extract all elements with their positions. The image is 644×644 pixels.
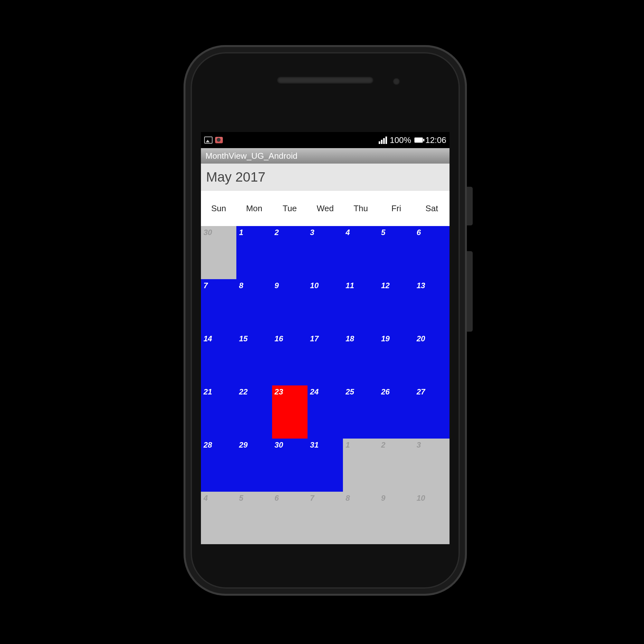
calendar-cell[interactable]: 5 xyxy=(236,492,272,544)
app-title-bar: MonthView_UG_Android xyxy=(201,148,450,164)
calendar-cell[interactable]: 3 xyxy=(308,226,343,279)
calendar-cell[interactable]: 9 xyxy=(378,492,414,544)
calendar-cell-today[interactable]: 23 xyxy=(272,385,308,439)
speaker-grille xyxy=(277,77,374,84)
weekday-tue: Tue xyxy=(272,204,308,213)
calendar-cell[interactable]: 4 xyxy=(201,492,236,544)
calendar-cell[interactable]: 30 xyxy=(201,226,236,279)
calendar-cell[interactable]: 27 xyxy=(414,385,450,439)
calendar-cell[interactable]: 13 xyxy=(414,279,450,332)
month-header[interactable]: May 2017 xyxy=(201,164,450,191)
weekday-wed: Wed xyxy=(308,204,343,213)
status-bar: 100% 12:06 xyxy=(201,132,450,148)
battery-icon xyxy=(414,137,423,143)
calendar-cell[interactable]: 2 xyxy=(378,439,414,492)
weekday-fri: Fri xyxy=(378,204,414,213)
calendar-grid[interactable]: 3012345678910111213141516171819202122232… xyxy=(201,226,450,544)
camera-notification-icon xyxy=(215,137,223,143)
calendar-cell[interactable]: 19 xyxy=(378,332,414,385)
app-title: MonthView_UG_Android xyxy=(205,151,298,161)
weekday-sat: Sat xyxy=(414,204,450,213)
calendar-cell[interactable]: 29 xyxy=(236,439,272,492)
calendar-cell[interactable]: 26 xyxy=(378,385,414,439)
image-notification-icon xyxy=(204,137,213,144)
calendar-cell[interactable]: 12 xyxy=(378,279,414,332)
battery-pct: 100% xyxy=(390,135,411,145)
weekday-mon: Mon xyxy=(236,204,272,213)
calendar-cell[interactable]: 14 xyxy=(201,332,236,385)
signal-icon xyxy=(379,137,387,144)
calendar-cell[interactable]: 6 xyxy=(272,492,308,544)
calendar-cell[interactable]: 30 xyxy=(272,439,308,492)
calendar-cell[interactable]: 2 xyxy=(272,226,308,279)
calendar-cell[interactable]: 21 xyxy=(201,385,236,439)
calendar-cell[interactable]: 7 xyxy=(308,492,343,544)
calendar-cell[interactable]: 1 xyxy=(343,439,378,492)
front-camera xyxy=(393,78,400,85)
calendar-cell[interactable]: 8 xyxy=(236,279,272,332)
calendar-cell[interactable]: 20 xyxy=(414,332,450,385)
power-button[interactable] xyxy=(467,187,473,225)
calendar-cell[interactable]: 10 xyxy=(308,279,343,332)
calendar-cell[interactable]: 1 xyxy=(236,226,272,279)
calendar-cell[interactable]: 8 xyxy=(343,492,378,544)
calendar-cell[interactable]: 17 xyxy=(308,332,343,385)
calendar-cell[interactable]: 28 xyxy=(201,439,236,492)
calendar-cell[interactable]: 3 xyxy=(414,439,450,492)
weekday-sun: Sun xyxy=(201,204,236,213)
calendar-cell[interactable]: 6 xyxy=(414,226,450,279)
clock: 12:06 xyxy=(425,135,446,145)
calendar-cell[interactable]: 5 xyxy=(378,226,414,279)
phone-frame: 100% 12:06 MonthView_UG_Android May 2017… xyxy=(184,45,467,596)
volume-rocker[interactable] xyxy=(467,251,473,332)
calendar-cell[interactable]: 7 xyxy=(201,279,236,332)
calendar-cell[interactable]: 18 xyxy=(343,332,378,385)
screen: 100% 12:06 MonthView_UG_Android May 2017… xyxy=(201,132,450,544)
month-label: May 2017 xyxy=(206,169,265,185)
calendar-cell[interactable]: 11 xyxy=(343,279,378,332)
weekday-row: Sun Mon Tue Wed Thu Fri Sat xyxy=(201,191,450,226)
calendar-cell[interactable]: 10 xyxy=(414,492,450,544)
calendar-cell[interactable]: 25 xyxy=(343,385,378,439)
calendar-cell[interactable]: 4 xyxy=(343,226,378,279)
calendar-cell[interactable]: 24 xyxy=(308,385,343,439)
calendar-cell[interactable]: 9 xyxy=(272,279,308,332)
weekday-thu: Thu xyxy=(343,204,378,213)
calendar-cell[interactable]: 15 xyxy=(236,332,272,385)
calendar-cell[interactable]: 16 xyxy=(272,332,308,385)
calendar-cell[interactable]: 31 xyxy=(308,439,343,492)
calendar-cell[interactable]: 22 xyxy=(236,385,272,439)
